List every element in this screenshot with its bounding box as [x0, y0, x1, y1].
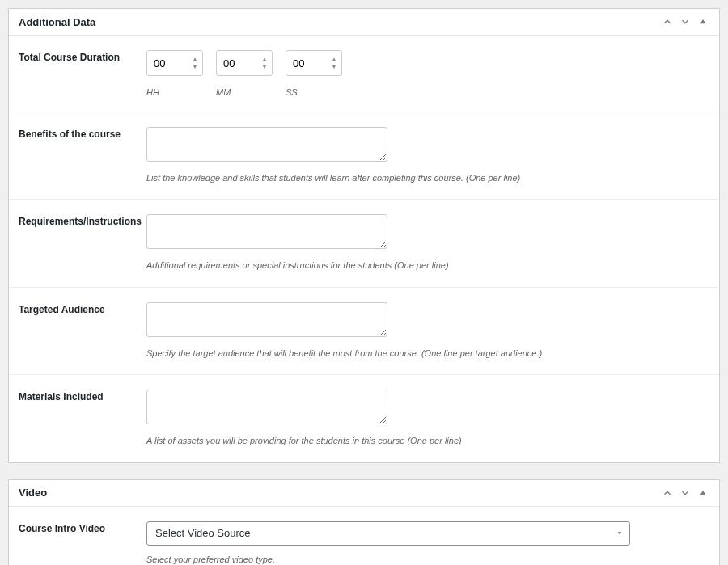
panel-body: Total Course Duration ▲▼ HH ▲▼ — [9, 36, 719, 462]
audience-helper: Specify the target audience that will be… — [146, 348, 709, 360]
panel-controls — [661, 487, 709, 500]
video-source-select-wrap: Select Video Source — [146, 521, 630, 546]
svg-marker-1 — [700, 491, 706, 495]
benefits-textarea[interactable] — [146, 127, 387, 162]
panel-title: Additional Data — [19, 16, 95, 28]
chevron-up-icon[interactable] — [661, 487, 674, 500]
requirements-helper: Additional requirements or special instr… — [146, 259, 709, 272]
ss-unit-label: SS — [286, 87, 342, 97]
requirements-textarea[interactable] — [146, 214, 387, 249]
chevron-up-icon[interactable] — [661, 15, 674, 28]
svg-marker-0 — [700, 19, 706, 23]
minutes-input[interactable] — [216, 50, 273, 76]
benefits-label: Benefits of the course — [19, 127, 146, 184]
duration-mm: ▲▼ MM — [216, 50, 273, 97]
seconds-input[interactable] — [286, 50, 342, 76]
audience-content: Specify the target audience that will be… — [146, 302, 709, 360]
materials-textarea[interactable] — [146, 390, 387, 424]
duration-label: Total Course Duration — [19, 50, 146, 97]
panel-header: Video — [9, 480, 719, 507]
benefits-helper: List the knowledge and skills that stude… — [146, 172, 709, 184]
chevron-down-icon[interactable] — [679, 487, 692, 500]
hh-unit-label: HH — [146, 87, 203, 97]
intro-video-content: Select Video Source Select your preferre… — [146, 521, 709, 565]
panel-header: Additional Data — [9, 9, 719, 36]
duration-row: Total Course Duration ▲▼ HH ▲▼ — [9, 36, 719, 112]
requirements-label: Requirements/Instructions — [19, 214, 146, 272]
video-source-select[interactable]: Select Video Source — [146, 521, 630, 546]
audience-textarea[interactable] — [146, 302, 387, 337]
benefits-row: Benefits of the course List the knowledg… — [9, 112, 719, 200]
toggle-triangle-icon[interactable] — [696, 487, 709, 500]
materials-helper: A list of assets you will be providing f… — [146, 435, 709, 447]
materials-label: Materials Included — [19, 390, 146, 447]
intro-video-label: Course Intro Video — [19, 521, 146, 565]
hours-input[interactable] — [146, 50, 203, 76]
toggle-triangle-icon[interactable] — [696, 15, 709, 28]
requirements-row: Requirements/Instructions Additional req… — [9, 200, 719, 287]
benefits-content: List the knowledge and skills that stude… — [146, 127, 709, 184]
video-panel: Video Course Intro Video Select Video So… — [8, 479, 720, 565]
materials-content: A list of assets you will be providing f… — [146, 390, 709, 447]
panel-controls — [661, 15, 709, 28]
audience-label: Targeted Audience — [19, 302, 146, 360]
materials-row: Materials Included A list of assets you … — [9, 375, 719, 462]
intro-video-row: Course Intro Video Select Video Source S… — [9, 507, 719, 565]
audience-row: Targeted Audience Specify the target aud… — [9, 288, 719, 375]
additional-data-panel: Additional Data Total Course Duration — [8, 8, 720, 463]
duration-content: ▲▼ HH ▲▼ MM ▲▼ — [146, 50, 709, 97]
panel-title: Video — [19, 487, 47, 499]
duration-ss: ▲▼ SS — [286, 50, 342, 97]
duration-hh: ▲▼ HH — [146, 50, 203, 97]
mm-unit-label: MM — [216, 87, 273, 97]
chevron-down-icon[interactable] — [679, 15, 692, 28]
requirements-content: Additional requirements or special instr… — [146, 214, 709, 272]
intro-video-helper: Select your preferred video type. — [146, 554, 709, 565]
panel-body: Course Intro Video Select Video Source S… — [9, 507, 719, 565]
duration-group: ▲▼ HH ▲▼ MM ▲▼ — [146, 50, 709, 97]
